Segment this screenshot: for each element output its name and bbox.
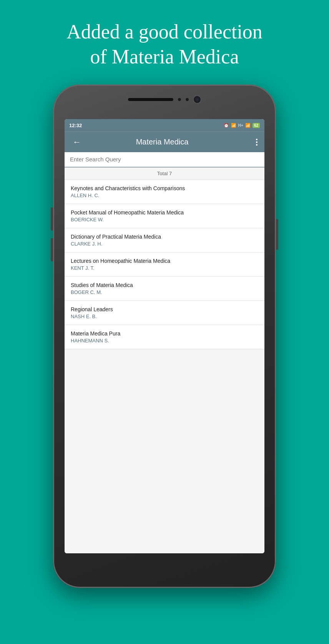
status-icons: ⏰ 📶 H+ 📶 62 bbox=[224, 123, 260, 128]
sensor-dot bbox=[178, 98, 181, 101]
battery-icon: 62 bbox=[253, 123, 260, 128]
volume-down-button[interactable] bbox=[51, 238, 53, 261]
item-title: Studies of Materia Medica bbox=[71, 282, 258, 288]
list-item[interactable]: Dictionary of Practical Materia Medica C… bbox=[65, 228, 264, 252]
back-button[interactable]: ← bbox=[70, 137, 84, 147]
item-author: CLARKE J. H. bbox=[71, 241, 258, 247]
total-count: Total 7 bbox=[65, 168, 264, 180]
item-title: Regional Leaders bbox=[71, 306, 258, 312]
phone-top-bar bbox=[128, 95, 201, 104]
power-button[interactable] bbox=[276, 219, 278, 250]
list-item[interactable]: Lectures on Homeopathic Materia Medica K… bbox=[65, 252, 264, 277]
app-bar: ← Materia Medica bbox=[65, 131, 264, 152]
item-author: NASH E. B. bbox=[71, 314, 258, 319]
signal-icon: 📶 bbox=[231, 123, 236, 128]
item-title: Keynotes and Characteristics with Compar… bbox=[71, 185, 258, 191]
list-item[interactable]: Regional Leaders NASH E. B. bbox=[65, 301, 264, 325]
list-item[interactable]: Pocket Manual of Homeopathic Materia Med… bbox=[65, 204, 264, 228]
signal-icon-2: 📶 bbox=[245, 123, 251, 128]
book-list: Keynotes and Characteristics with Compar… bbox=[65, 180, 264, 553]
item-title: Lectures on Homeopathic Materia Medica bbox=[71, 258, 258, 264]
volume-up-button[interactable] bbox=[51, 207, 53, 231]
status-bar: 12:32 ⏰ 📶 H+ 📶 62 bbox=[65, 119, 264, 131]
sensor-dot-2 bbox=[185, 98, 189, 101]
item-title: Materia Medica Pura bbox=[71, 330, 258, 337]
front-camera bbox=[193, 95, 201, 104]
alarm-icon: ⏰ bbox=[224, 123, 229, 128]
speaker-grille bbox=[128, 98, 174, 101]
page-title: Added a good collection of Materia Medic… bbox=[66, 19, 263, 69]
list-item[interactable]: Studies of Materia Medica BOGER C. M. bbox=[65, 277, 264, 301]
item-author: BOERICKE W. bbox=[71, 217, 258, 222]
network-type-icon: H+ bbox=[238, 123, 243, 128]
item-author: HAHNEMANN S. bbox=[71, 338, 258, 344]
page-header: Added a good collection of Materia Medic… bbox=[43, 0, 286, 81]
item-author: ALLEN H. C. bbox=[71, 193, 258, 198]
status-time: 12:32 bbox=[69, 123, 82, 128]
search-input[interactable] bbox=[70, 156, 259, 163]
item-author: KENT J. T. bbox=[71, 265, 258, 271]
app-bar-title: Materia Medica bbox=[84, 138, 241, 146]
item-author: BOGER C. M. bbox=[71, 289, 258, 295]
item-title: Dictionary of Practical Materia Medica bbox=[71, 234, 258, 240]
list-item[interactable]: Materia Medica Pura HAHNEMANN S. bbox=[65, 325, 264, 349]
phone-screen: 12:32 ⏰ 📶 H+ 📶 62 ← Materia Medica bbox=[65, 119, 264, 553]
item-title: Pocket Manual of Homeopathic Materia Med… bbox=[71, 209, 258, 216]
search-container bbox=[65, 152, 264, 168]
phone-mockup: 12:32 ⏰ 📶 H+ 📶 62 ← Materia Medica bbox=[53, 85, 276, 588]
overflow-menu-button[interactable] bbox=[254, 137, 259, 147]
list-item[interactable]: Keynotes and Characteristics with Compar… bbox=[65, 180, 264, 204]
